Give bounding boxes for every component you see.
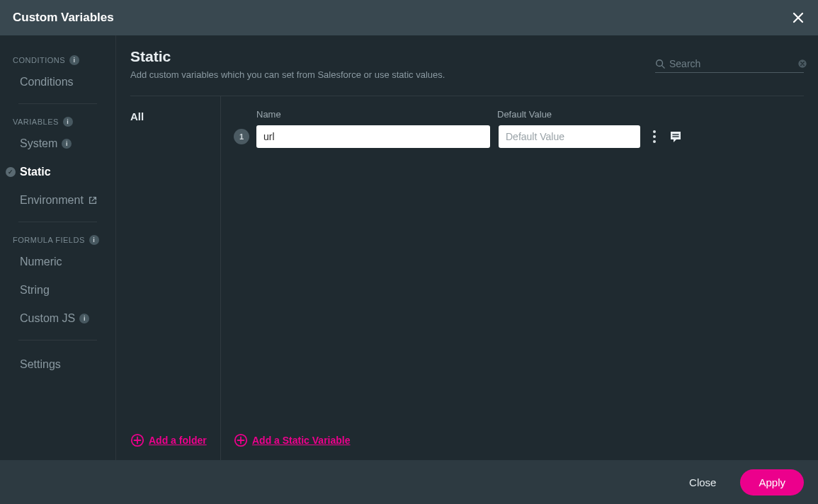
comment-icon[interactable] [669,130,683,144]
search-icon [655,59,665,69]
main-header: Static Add custom variables which you ca… [116,35,818,80]
name-header: Name [256,109,497,120]
folder-all[interactable]: All [130,110,220,122]
sidebar-section-header: CONDITIONSi [0,52,115,68]
variables-column: Name Default Value 1 Add a Static Variab… [221,96,818,460]
search-input[interactable] [665,58,797,69]
content-row: All Add a folder Name Default Value 1 [116,96,818,460]
apply-button[interactable]: Apply [740,469,804,496]
clear-search-icon[interactable] [797,59,807,69]
sidebar-item-system[interactable]: Systemi [0,130,115,158]
divider [18,222,97,222]
external-link-icon [88,195,98,205]
folder-column: All Add a folder [116,96,221,460]
sidebar-item-label: Settings [20,358,61,371]
sidebar: CONDITIONSiConditionsVARIABLESiSystemi✓S… [0,35,116,460]
add-static-variable-button[interactable]: Add a Static Variable [234,433,804,447]
sidebar-item-string[interactable]: String [0,276,115,304]
sidebar-item-label: Environment [20,194,84,207]
sidebar-item-conditions[interactable]: Conditions [0,68,115,96]
divider [18,103,97,104]
sidebar-item-label: Numeric [20,256,62,268]
page-description: Add custom variables which you can set f… [130,69,445,80]
sidebar-item-label: Conditions [20,76,74,88]
sidebar-section-header: FORMULA FIELDSi [0,232,115,248]
info-icon[interactable]: i [79,314,89,323]
modal-title: Custom Variables [13,11,114,25]
close-button[interactable]: Close [679,471,726,494]
footer: Close Apply [0,460,818,504]
sidebar-item-label: System [20,137,57,150]
sidebar-section-header: VARIABLESi [0,114,115,130]
sidebar-item-label: Custom JS [20,312,75,325]
close-icon[interactable] [791,11,805,25]
sidebar-item-environment[interactable]: Environment [0,186,115,214]
column-headers: Name Default Value [256,109,804,120]
row-index-badge: 1 [234,129,249,144]
custom-variables-modal: Custom Variables CONDITIONSiConditionsVA… [0,0,818,504]
add-variable-label: Add a Static Variable [252,435,351,446]
sidebar-item-static[interactable]: ✓Static [0,158,115,186]
info-icon[interactable]: i [62,139,72,149]
add-folder-button[interactable]: Add a folder [130,433,220,447]
info-icon[interactable]: i [69,55,79,65]
sidebar-item-settings[interactable]: Settings [0,350,115,379]
info-icon[interactable]: i [89,235,99,245]
check-icon: ✓ [6,167,16,177]
variable-default-input[interactable] [499,125,640,148]
add-folder-label: Add a folder [149,435,207,446]
search-field[interactable] [655,55,804,73]
default-header: Default Value [497,109,646,120]
main-panel: Static Add custom variables which you ca… [116,35,818,460]
sidebar-item-label: String [20,284,50,297]
sidebar-item-numeric[interactable]: Numeric [0,248,115,276]
modal-body: CONDITIONSiConditionsVARIABLESiSystemi✓S… [0,35,818,460]
variable-name-input[interactable] [256,125,490,148]
divider [18,340,97,340]
kebab-menu-icon[interactable] [650,127,659,146]
page-title: Static [130,48,445,65]
variable-row: 1 [234,124,804,149]
sidebar-item-custom-js[interactable]: Custom JSi [0,304,115,333]
titlebar: Custom Variables [0,0,818,35]
info-icon[interactable]: i [63,117,73,127]
sidebar-item-label: Static [20,166,51,178]
